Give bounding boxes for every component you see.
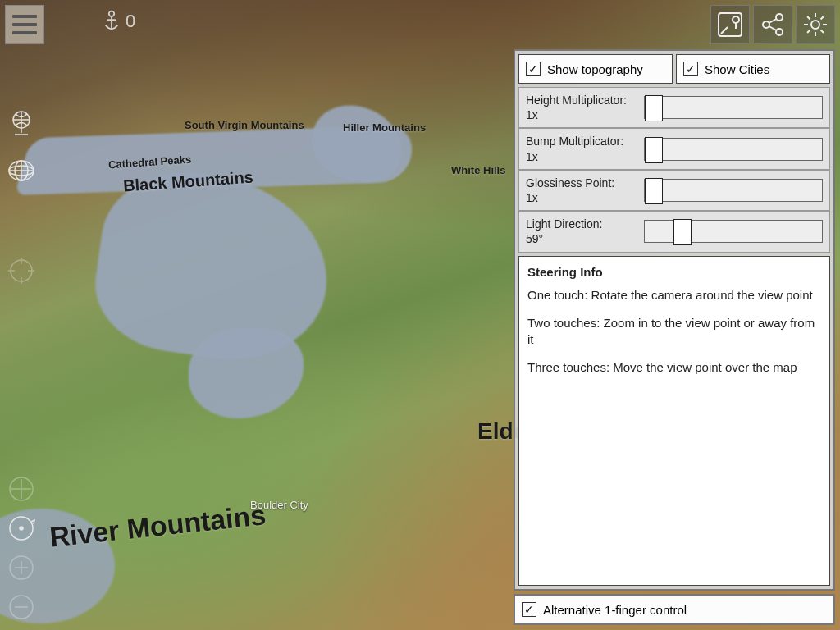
maps-icon [716,11,744,39]
slider-thumb[interactable] [645,137,663,163]
share-button[interactable] [753,5,792,44]
anchor-indicator: 0 [103,10,135,33]
steering-info-box: Steering Info One touch: Rotate the came… [518,256,830,587]
gloss-slider[interactable] [644,179,823,202]
bump-slider-label: Bump Multiplicator:1x [526,134,637,163]
terrain-label-river-mountains: River Mountains [48,499,267,553]
zoom-out-button[interactable] [5,591,38,623]
hamburger-icon [12,15,37,18]
water-body [189,328,304,418]
terrain-label-hiller: Hiller Mountains [343,121,426,134]
alt-control-label: Alternative 1-finger control [543,603,687,617]
svg-point-7 [776,29,783,35]
anchor-icon [103,10,121,33]
menu-button[interactable] [5,5,44,44]
checkbox-checked-icon [683,62,698,76]
minus-circle-icon [7,592,36,622]
light-slider[interactable] [644,220,823,243]
height-slider-row: Height Multiplicator:1x [518,87,830,128]
slider-thumb[interactable] [645,95,663,121]
checkbox-checked-icon [522,602,536,617]
svg-point-24 [20,527,23,530]
terrain-label-south-virgin: South Virgin Mountains [185,119,304,131]
light-slider-row: Light Direction:59° [518,211,830,252]
plus-circle-icon [7,553,36,582]
gear-icon [801,11,829,39]
svg-point-5 [763,21,769,28]
alt-1finger-control-toggle[interactable]: Alternative 1-finger control [514,594,835,625]
settings-panel: Show topography Show Cities Height Multi… [514,49,835,591]
show-cities-toggle[interactable]: Show Cities [676,54,830,84]
globe-stand-button[interactable] [5,107,38,139]
svg-point-4 [733,16,739,23]
checkbox-checked-icon [526,62,541,76]
compass-arrows-icon [7,474,36,504]
crosshair-icon [7,256,36,285]
city-label-boulder-city: Boulder City [250,499,308,511]
steering-info-title: Steering Info [527,265,821,279]
orbit-button[interactable] [5,512,38,545]
compass-arrows-button[interactable] [5,472,38,505]
svg-point-6 [776,14,783,21]
google-maps-button[interactable] [710,5,750,44]
wireframe-globe-button[interactable] [5,154,38,187]
svg-point-0 [109,11,114,16]
light-slider-label: Light Direction:59° [526,217,637,246]
wireframe-globe-icon [7,156,36,185]
steering-line: One touch: Rotate the camera around the … [527,287,821,304]
crosshair-button[interactable] [5,254,38,287]
globe-stand-icon [7,108,36,138]
show-topography-label: Show topography [547,62,643,76]
bump-slider-row: Bump Multiplicator:1x [518,128,830,169]
orbit-icon [7,514,36,543]
show-cities-label: Show Cities [705,62,769,76]
terrain-label-white-hills: White Hills [451,164,505,176]
settings-button[interactable] [796,5,835,44]
slider-thumb[interactable] [645,178,663,204]
show-topography-toggle[interactable]: Show topography [518,54,673,84]
zoom-in-button[interactable] [5,551,38,584]
svg-point-10 [811,21,819,29]
gloss-slider-label: Glossiness Point:1x [526,176,637,205]
steering-line: Three touches: Move the view point over … [527,359,821,376]
svg-line-9 [769,26,777,30]
svg-line-8 [769,19,777,23]
anchor-count: 0 [126,11,135,32]
height-slider[interactable] [644,96,823,119]
share-icon [759,11,787,39]
gloss-slider-row: Glossiness Point:1x [518,170,830,211]
height-slider-label: Height Multiplicator:1x [526,93,637,122]
bump-slider[interactable] [644,138,823,161]
steering-line: Two touches: Zoom in to the view point o… [527,315,821,349]
slider-thumb[interactable] [673,219,692,245]
